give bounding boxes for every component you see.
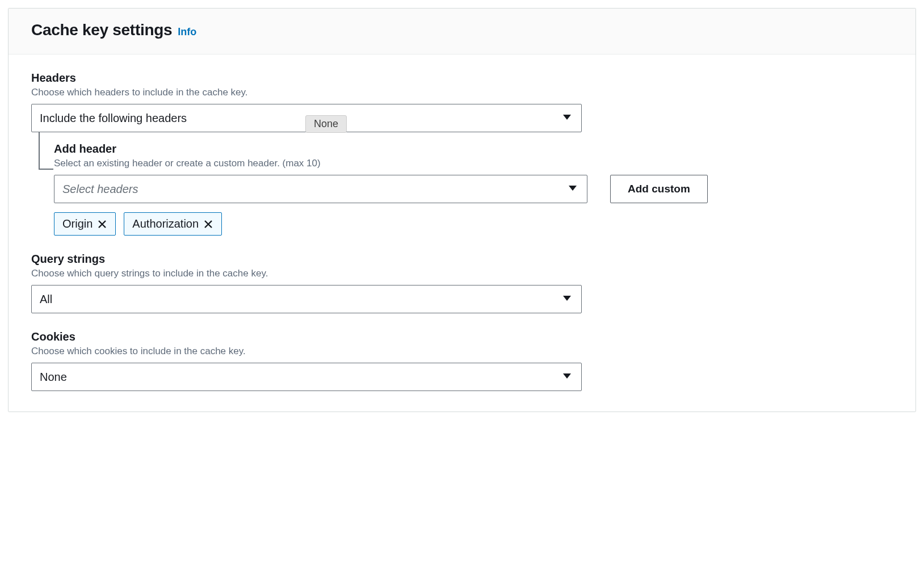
add-header-row: Select headers Add custom — [54, 175, 893, 203]
panel-title: Cache key settings — [31, 21, 172, 39]
headers-description: Choose which headers to include in the c… — [31, 87, 893, 98]
query-strings-field: Query strings Choose which query strings… — [31, 253, 893, 313]
query-strings-select-value: All — [31, 285, 582, 313]
cookies-field: Cookies Choose which cookies to include … — [31, 330, 893, 391]
query-strings-description: Choose which query strings to include in… — [31, 268, 893, 279]
add-header-select-placeholder: Select headers — [54, 175, 587, 203]
cookies-label: Cookies — [31, 330, 893, 343]
add-header-section: None Add header Select an existing heade… — [54, 142, 893, 236]
add-header-description: Select an existing header or create a cu… — [54, 158, 893, 169]
info-link[interactable]: Info — [178, 26, 196, 38]
panel-header: Cache key settings Info — [9, 9, 915, 54]
headers-label: Headers — [31, 72, 893, 85]
remove-header-origin-button[interactable] — [97, 219, 107, 229]
cookies-select[interactable]: None — [31, 363, 582, 391]
add-custom-button[interactable]: Add custom — [610, 175, 708, 203]
tooltip-none: None — [305, 115, 347, 133]
header-tag-label: Authorization — [132, 217, 199, 230]
selected-headers-tags: Origin Authorization — [54, 212, 893, 236]
add-header-select[interactable]: Select headers — [54, 175, 587, 203]
cookies-description: Choose which cookies to include in the c… — [31, 346, 893, 357]
tree-connector — [39, 132, 53, 170]
headers-field: Headers Choose which headers to include … — [31, 72, 893, 236]
header-tag: Authorization — [124, 212, 222, 236]
query-strings-select[interactable]: All — [31, 285, 582, 313]
query-strings-label: Query strings — [31, 253, 893, 266]
cache-key-settings-panel: Cache key settings Info Headers Choose w… — [8, 8, 916, 412]
panel-body: Headers Choose which headers to include … — [9, 54, 915, 412]
add-header-label: Add header — [54, 142, 893, 156]
cookies-select-value: None — [31, 363, 582, 391]
remove-header-authorization-button[interactable] — [203, 219, 213, 229]
header-tag-label: Origin — [62, 217, 93, 230]
header-tag: Origin — [54, 212, 116, 236]
